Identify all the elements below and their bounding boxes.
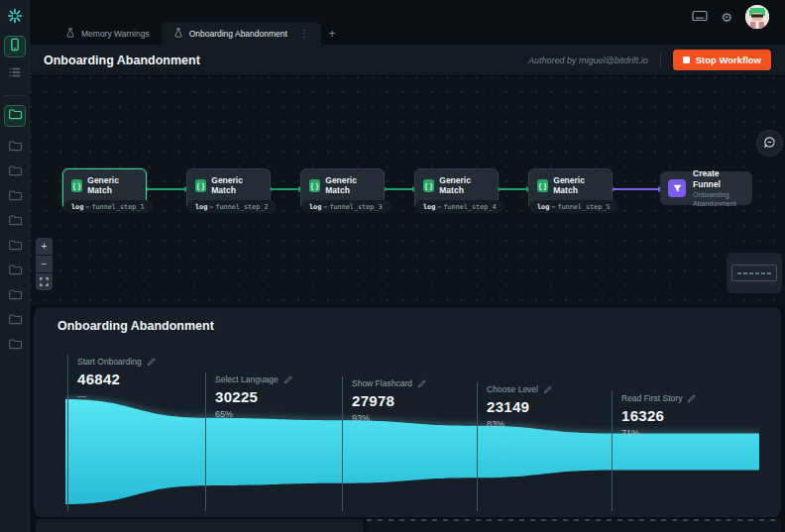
stop-workflow-button[interactable]: Stop Workflow [673,50,771,70]
edit-pencil-icon[interactable] [417,379,426,388]
edit-pencil-icon[interactable] [687,394,696,403]
braces-icon: { } [309,179,320,192]
sidebar-folder[interactable] [4,285,26,307]
edge-1-2 [147,188,186,190]
node-condition: log=funnel_step_4 [415,200,505,213]
authored-by: Authored by miguel@bitdrift.io [528,55,648,65]
folder-icon [8,107,23,126]
sidebar-folder[interactable] [4,137,26,159]
edit-pencil-icon[interactable] [283,375,292,384]
tab-label: Onboarding Abandonment [189,29,287,39]
folder-icon [8,188,23,207]
minimap[interactable] [727,253,782,293]
zoom-out-button[interactable]: − [36,256,53,272]
folder-icon [8,337,23,356]
list-icon [8,65,22,83]
chat-button[interactable] [756,130,783,157]
step-label: Show Flashcard [352,378,412,388]
node-condition: log=funnel_step_2 [187,200,277,213]
sidebar-folder[interactable] [4,310,26,332]
keyboard-icon[interactable] [692,8,708,26]
step-label: Select Language [215,374,279,384]
step-value: 27978 [352,392,473,409]
funnel-step-show-flashcard: Show Flashcard 27978 93% [342,376,473,511]
avatar[interactable] [745,5,769,29]
funnel-title: Onboarding Abandonment [57,319,214,333]
node-title: Create Funnel [693,168,744,189]
funnel-step-select-language: Select Language 30225 65% [205,372,336,511]
folder-icon [8,312,23,331]
node-title: Generic Match [325,175,376,195]
step-conversion: 93% [352,413,473,423]
braces-icon: { } [71,179,82,192]
sidebar-folder[interactable] [4,211,26,233]
zoom-fit-button[interactable] [36,273,53,290]
funnel-step-read-first-story: Read First Story 16326 71% [612,391,742,511]
tab-bar: Memory Warnings Onboarding Abandonment ⋮… [54,22,343,45]
node-title: Generic Match [439,175,490,195]
folder-icon [8,163,23,182]
node-title: Generic Match [211,175,262,195]
node-generic-match-2[interactable]: { }Generic Match log=funnel_step_2 [186,168,271,210]
timeline-ruler-partial [367,519,781,532]
funnel-step-start-onboarding: Start Onboarding 46842 — [67,355,198,511]
sidebar-divider [4,95,26,96]
step-conversion: 83% [487,419,608,429]
braces-icon: { } [423,179,434,192]
braces-icon: { } [537,179,548,192]
tab-memory-warnings[interactable]: Memory Warnings [54,22,162,45]
flask-icon [65,28,75,40]
bottom-panel-partial [36,519,363,532]
edge-5-output [613,188,660,190]
node-condition: log=funnel_step_3 [301,200,391,213]
zoom-controls: + − [36,238,53,290]
step-label: Choose Level [487,384,538,394]
sidebar-folder-active[interactable] [4,105,26,127]
edge-3-4 [385,188,414,190]
funnel-panel: Onboarding Abandonment Start Onboarding … [34,307,781,517]
flask-icon [173,28,183,40]
new-tab-button[interactable]: + [321,23,343,45]
phone-icon [8,38,22,55]
gear-icon[interactable]: ⚙ [721,11,732,24]
tab-menu-kebab-icon[interactable]: ⋮ [299,28,309,39]
step-conversion: — [77,391,198,401]
edge-4-5 [499,188,528,190]
tab-onboarding-abandonment[interactable]: Onboarding Abandonment ⋮ [162,22,321,45]
header-separator [660,53,661,67]
sidebar-item-devices[interactable] [4,36,26,57]
node-generic-match-4[interactable]: { }Generic Match log=funnel_step_4 [414,168,499,210]
chat-bubble-icon [763,135,776,153]
edit-pencil-icon[interactable] [147,358,156,367]
node-generic-match-1[interactable]: { }Generic Match log=funnel_step_1 [62,168,147,210]
braces-icon: { } [195,179,206,192]
main-area: Memory Warnings Onboarding Abandonment ⋮… [30,0,785,532]
sidebar-folder[interactable] [4,186,26,208]
sidebar-folder[interactable] [4,261,26,282]
bitdrift-logo-icon [7,8,23,24]
step-value: 23149 [487,398,608,415]
sidebar-folder[interactable] [4,161,26,183]
minimap-viewport [731,265,777,281]
folder-icon [8,238,23,257]
step-label: Read First Story [621,393,682,403]
workflow-canvas[interactable]: { }Generic Match log=funnel_step_1 { }Ge… [30,76,785,305]
step-value: 16326 [621,407,742,424]
node-condition: log=funnel_step_5 [529,200,618,213]
node-generic-match-3[interactable]: { }Generic Match log=funnel_step_3 [300,168,385,210]
folder-icon [8,213,23,232]
node-generic-match-5[interactable]: { }Generic Match log=funnel_step_5 [528,168,613,210]
node-create-funnel[interactable]: Create Funnel Onboarding Abandonment [660,171,752,205]
sidebar-folder[interactable] [4,236,26,258]
sidebar-folder[interactable] [4,335,26,357]
edit-pencil-icon[interactable] [543,385,552,394]
workflow-header: Onboarding Abandonment Authored by migue… [30,45,785,76]
stop-workflow-label: Stop Workflow [696,54,761,65]
folder-icon [8,139,23,158]
sidebar-item-list[interactable] [4,63,26,85]
node-subtitle: Onboarding Abandonment [693,190,744,208]
zoom-in-button[interactable]: + [36,238,53,255]
stop-icon [683,56,690,63]
folder-icon [8,263,23,281]
app-root: Memory Warnings Onboarding Abandonment ⋮… [0,0,785,532]
